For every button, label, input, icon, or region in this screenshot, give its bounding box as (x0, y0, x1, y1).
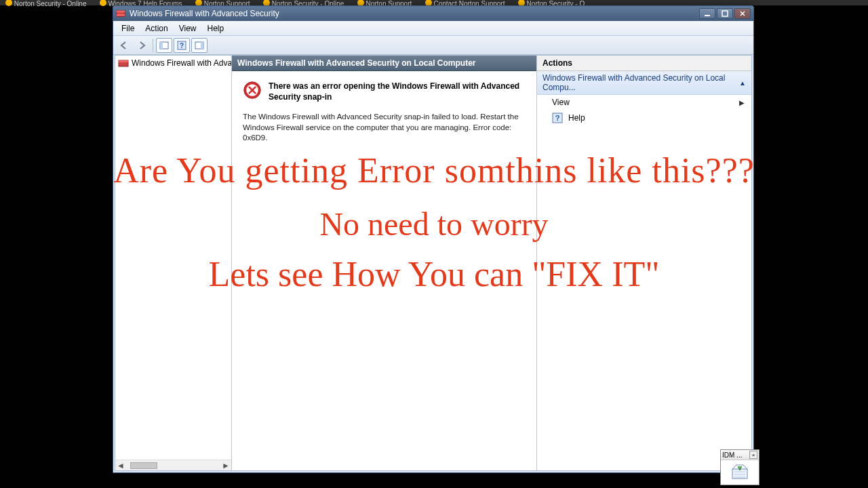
svg-rect-12 (119, 60, 128, 62)
mmc-window: Windows Firewall with Advanced Security … (113, 5, 754, 473)
titlebar[interactable]: Windows Firewall with Advanced Security (113, 6, 753, 21)
menu-file[interactable]: File (116, 22, 140, 35)
action-help-label: Help (568, 113, 585, 123)
help-icon: ? (552, 113, 563, 123)
menu-help[interactable]: Help (202, 22, 230, 35)
center-pane-header: Windows Firewall with Advanced Security … (232, 56, 536, 71)
svg-rect-2 (117, 14, 125, 16)
action-view-label: View (552, 98, 570, 107)
favicon-icon (100, 0, 106, 6)
actions-pane-header: Actions (537, 56, 751, 71)
minimize-button[interactable] (699, 8, 715, 19)
collapse-icon[interactable]: ▲ (739, 79, 746, 87)
show-hide-action-pane-button[interactable] (191, 38, 208, 53)
svg-text:?: ? (180, 42, 184, 49)
center-pane: Windows Firewall with Advanced Security … (232, 56, 537, 470)
tree-root-node[interactable]: Windows Firewall with Advance (117, 57, 230, 69)
svg-rect-3 (705, 15, 710, 16)
actions-pane: Actions Windows Firewall with Advanced S… (537, 56, 751, 470)
menubar: File Action View Help (113, 21, 753, 36)
actions-group-title[interactable]: Windows Firewall with Advanced Security … (537, 71, 751, 95)
scroll-thumb[interactable] (130, 462, 157, 469)
toolbar: ? (113, 36, 753, 55)
action-view[interactable]: View ▶ (537, 95, 751, 110)
svg-rect-4 (722, 11, 728, 16)
svg-rect-1 (117, 11, 125, 13)
client-area: Windows Firewall with Advance ◄ ► Window… (115, 55, 752, 471)
actions-group-label: Windows Firewall with Advanced Security … (542, 73, 739, 92)
help-button[interactable]: ? (174, 38, 190, 53)
tree-root-label: Windows Firewall with Advance (132, 58, 231, 68)
menu-action[interactable]: Action (140, 22, 173, 35)
nav-forward-button[interactable] (134, 38, 150, 53)
toolbar-separator (153, 39, 153, 52)
idm-basket-icon (721, 460, 759, 485)
firewall-icon (118, 58, 129, 68)
browser-tab[interactable]: Norton Security - Online (0, 0, 92, 7)
idm-title-label: IDM ... (722, 451, 742, 459)
tree-horizontal-scrollbar[interactable]: ◄ ► (115, 460, 231, 470)
firewall-app-icon (116, 9, 125, 18)
error-detail: The Windows Firewall with Advanced Secur… (243, 112, 526, 144)
svg-rect-6 (160, 42, 163, 49)
scroll-left-icon[interactable]: ◄ (115, 461, 126, 470)
error-title: There was an error opening the Windows F… (269, 81, 526, 102)
svg-rect-10 (201, 42, 203, 49)
scroll-right-icon[interactable]: ► (220, 461, 231, 470)
window-title: Windows Firewall with Advanced Security (130, 9, 699, 18)
svg-text:?: ? (555, 114, 560, 122)
show-hide-tree-button[interactable] (156, 38, 172, 53)
error-icon (243, 81, 262, 100)
action-help[interactable]: ? Help (537, 110, 751, 126)
tree-pane: Windows Firewall with Advance ◄ ► (115, 56, 232, 470)
favicon-icon (5, 0, 12, 6)
nav-back-button[interactable] (116, 38, 132, 53)
maximize-button[interactable] (717, 8, 733, 19)
idm-close-button[interactable]: × (749, 451, 757, 459)
chevron-right-icon: ▶ (739, 99, 745, 106)
idm-drop-target[interactable]: IDM ... × (720, 449, 760, 485)
close-button[interactable] (734, 8, 751, 19)
menu-view[interactable]: View (174, 22, 202, 35)
browser-tab-strip: Norton Security - Online Windows 7 Help … (0, 0, 868, 5)
